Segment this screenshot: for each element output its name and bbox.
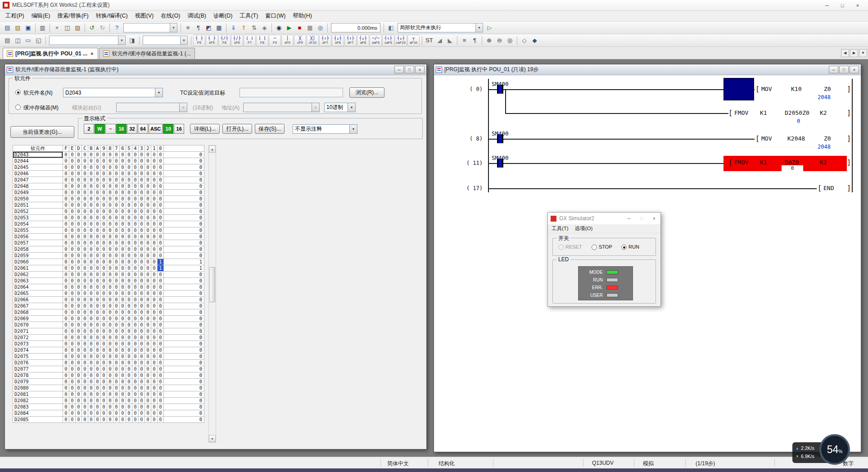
bit-cell[interactable]: 0 — [139, 196, 145, 202]
bit-cell[interactable]: 0 — [88, 284, 95, 290]
bit-cell[interactable]: 0 — [151, 398, 158, 404]
instruction-operand[interactable]: D0Z0 — [785, 159, 799, 166]
value-cell[interactable]: 0 — [164, 341, 204, 347]
bit-cell[interactable]: 0 — [88, 234, 95, 240]
simulator-menu-options[interactable]: 选项(O) — [575, 225, 593, 232]
bit-cell[interactable]: 0 — [95, 221, 101, 227]
bit-cell[interactable]: 0 — [139, 246, 145, 253]
bit-cell[interactable]: 0 — [151, 347, 158, 354]
bit-cell[interactable]: 0 — [120, 316, 126, 322]
bit-cell[interactable]: 0 — [113, 385, 120, 391]
bit-cell[interactable]: 0 — [120, 164, 126, 171]
bit-cell[interactable]: 0 — [120, 372, 126, 379]
bit-cell[interactable]: 0 — [151, 152, 158, 158]
bit-cell[interactable]: 0 — [69, 391, 76, 398]
bit-cell[interactable]: 0 — [139, 297, 145, 303]
bit-cell[interactable]: 0 — [158, 410, 164, 417]
bit-cell[interactable]: 0 — [69, 278, 76, 284]
bit-cell[interactable]: 0 — [95, 253, 101, 259]
bit-cell[interactable]: 0 — [113, 265, 120, 272]
bit-cell[interactable]: 0 — [69, 372, 76, 379]
bit-cell[interactable]: 0 — [82, 341, 88, 347]
bit-cell[interactable]: 0 — [120, 385, 126, 391]
bit-cell[interactable]: 0 — [95, 202, 101, 209]
bit-cell[interactable]: 0 — [88, 391, 95, 398]
bit-cell[interactable]: 0 — [113, 259, 120, 265]
bit-cell[interactable]: 0 — [69, 316, 76, 322]
bit-cell[interactable]: 0 — [82, 272, 88, 278]
bit-cell[interactable]: 0 — [145, 417, 151, 423]
bit-cell[interactable]: 0 — [139, 215, 145, 221]
bit-cell[interactable]: 0 — [101, 221, 107, 227]
bit-cell[interactable]: 0 — [69, 398, 76, 404]
address-base-combo[interactable]: 10进制 ▼ — [324, 103, 356, 112]
bit-cell[interactable]: 0 — [158, 152, 164, 158]
bit-cell[interactable]: 0 — [120, 328, 126, 335]
bit-cell[interactable]: 0 — [139, 171, 145, 177]
bit-cell[interactable]: 0 — [88, 385, 95, 391]
branch-line-button[interactable]: ┬aF10 — [407, 35, 420, 46]
bit-cell[interactable]: 0 — [113, 209, 120, 215]
dropdown-arrow-icon[interactable]: ▼ — [180, 36, 187, 45]
bit-cell[interactable]: 0 — [107, 177, 113, 183]
device-cell[interactable]: D2060 — [13, 259, 63, 265]
bit-cell[interactable]: 0 — [139, 202, 145, 209]
bit-cell[interactable]: 0 — [69, 240, 76, 246]
bit-cell[interactable]: 0 — [120, 246, 126, 253]
monitor-stop-icon[interactable]: ■ — [294, 23, 305, 33]
bit-cell[interactable]: 0 — [132, 177, 139, 183]
bit-cell[interactable]: 0 — [139, 347, 145, 354]
bit-cell[interactable]: 0 — [126, 417, 132, 423]
menu-diagnostics[interactable]: 诊断(D) — [210, 11, 236, 21]
bit-cell[interactable]: 0 — [101, 227, 107, 234]
bit-cell[interactable]: 0 — [151, 328, 158, 335]
ladder-window-titlebar[interactable]: [PRG]监视 执行中 POU_01 (只读) 19步 ─ □ × — [434, 64, 861, 75]
bit-cell[interactable]: 0 — [126, 366, 132, 372]
bit-cell[interactable]: 0 — [120, 278, 126, 284]
bit-cell[interactable]: 0 — [76, 379, 82, 385]
value-cell[interactable]: 0 — [164, 360, 204, 366]
bit-cell[interactable]: 0 — [151, 202, 158, 209]
bit-cell[interactable]: 0 — [82, 385, 88, 391]
bit-cell[interactable]: 0 — [95, 240, 101, 246]
bit-cell[interactable]: 0 — [101, 196, 107, 202]
bit-cell[interactable]: 0 — [132, 328, 139, 335]
device-cell[interactable]: D2074 — [13, 347, 63, 354]
bit-cell[interactable]: 0 — [63, 354, 69, 360]
bit-cell[interactable]: 0 — [158, 177, 164, 183]
bit-cell[interactable]: 0 — [88, 404, 95, 410]
bit-cell[interactable]: 0 — [82, 354, 88, 360]
bit-cell[interactable]: 0 — [88, 322, 95, 328]
bit-cell[interactable]: 0 — [101, 398, 107, 404]
device-cell[interactable]: D2076 — [13, 360, 63, 366]
bit-cell[interactable]: 0 — [107, 253, 113, 259]
bit-cell[interactable]: 0 — [88, 215, 95, 221]
bit-cell[interactable]: 0 — [151, 366, 158, 372]
bit-cell[interactable]: 0 — [158, 297, 164, 303]
bit-cell[interactable]: 0 — [101, 410, 107, 417]
bit-cell[interactable]: 0 — [113, 341, 120, 347]
falling-pulse-button[interactable]: ┤↓├sF8 — [332, 35, 344, 46]
bit-cell[interactable]: 0 — [107, 240, 113, 246]
bit-cell[interactable]: 0 — [120, 171, 126, 177]
bit-cell[interactable]: 0 — [101, 290, 107, 297]
bit-cell[interactable]: 0 — [139, 404, 145, 410]
bit-cell[interactable]: 0 — [113, 335, 120, 341]
bit-cell[interactable]: 0 — [88, 372, 95, 379]
bit-cell[interactable]: 0 — [69, 379, 76, 385]
bit-cell[interactable]: 0 — [145, 227, 151, 234]
device-cell[interactable]: D2070 — [13, 322, 63, 328]
bit-cell[interactable]: 0 — [63, 158, 69, 164]
bit-cell[interactable]: 0 — [82, 404, 88, 410]
bit-cell[interactable]: 0 — [101, 347, 107, 354]
bit-cell[interactable]: 0 — [132, 234, 139, 240]
device-cell[interactable]: D2069 — [13, 316, 63, 322]
bit-cell[interactable]: 0 — [69, 253, 76, 259]
bit-cell[interactable]: 0 — [145, 215, 151, 221]
bit-cell[interactable]: 0 — [107, 366, 113, 372]
value-cell[interactable]: 0 — [164, 171, 204, 177]
bit-cell[interactable]: 0 — [101, 171, 107, 177]
bit-cell[interactable]: 0 — [132, 272, 139, 278]
bit-cell[interactable]: 0 — [126, 196, 132, 202]
bit-cell[interactable]: 0 — [145, 177, 151, 183]
